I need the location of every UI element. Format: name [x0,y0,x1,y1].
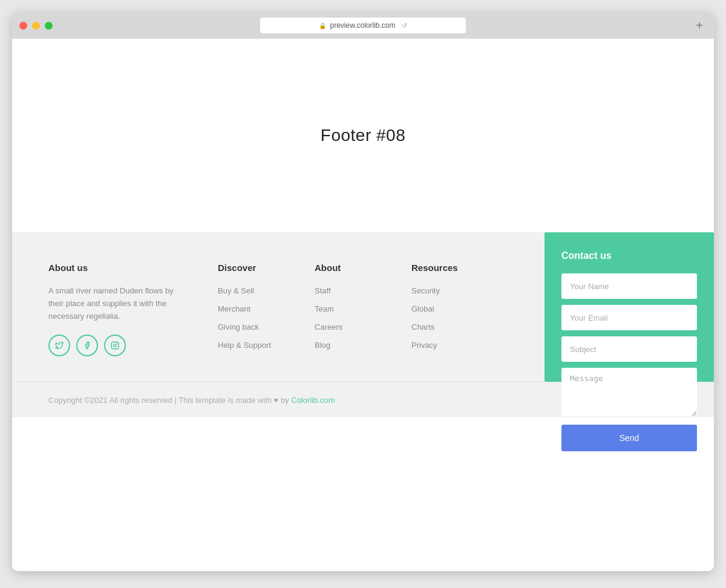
svg-rect-0 [111,342,119,350]
copyright-text: Copyright ©2021 All rights reserved | Th… [48,396,335,405]
refresh-icon[interactable]: ↺ [402,22,407,30]
list-item: Team [315,303,375,314]
url-text: preview.colorlib.com [330,21,395,30]
giving-back-link[interactable]: Giving back [218,322,259,332]
list-item: Careers [315,321,375,332]
message-textarea[interactable] [561,368,697,416]
footer-about-column: About us A small river named Duden flows… [48,263,182,358]
footer-resources-column: Resources Security Global Charts Privacy [411,263,472,358]
footer-discover-column: Discover Buy & Sell Merchant Giving back… [218,263,278,358]
careers-link[interactable]: Careers [315,322,342,332]
subject-input[interactable] [561,336,697,362]
minimize-button[interactable] [32,22,40,30]
resources-title: Resources [411,263,472,273]
list-item: Global [411,303,472,314]
new-tab-button[interactable]: + [692,18,707,33]
social-icons-group [48,335,182,356]
charts-link[interactable]: Charts [411,322,434,332]
list-item: Staff [315,285,375,296]
list-item: Merchant [218,303,278,314]
security-link[interactable]: Security [411,286,440,295]
footer-about-links-column: About Staff Team Careers Blog [315,263,375,358]
lock-icon: 🔒 [319,22,326,29]
list-item: Giving back [218,321,278,332]
maximize-button[interactable] [45,22,53,30]
list-item: Security [411,285,472,296]
browser-content: Footer #08 About us A small river named … [12,39,714,571]
merchant-link[interactable]: Merchant [218,304,250,313]
buy-sell-link[interactable]: Buy & Sell [218,286,254,295]
staff-link[interactable]: Staff [315,286,331,295]
contact-box: Contact us Send [544,232,714,382]
privacy-link[interactable]: Privacy [411,341,437,350]
facebook-icon[interactable] [76,335,98,356]
help-support-link[interactable]: Help & Support [218,341,271,350]
page-title: Footer #08 [321,126,405,145]
blog-link[interactable]: Blog [315,341,330,350]
send-button[interactable]: Send [561,425,697,451]
list-item: Blog [315,339,375,350]
hero-section: Footer #08 [12,39,714,232]
list-item: Privacy [411,339,472,350]
contact-form: Send [561,273,697,451]
list-item: Charts [411,321,472,332]
footer-main: About us A small river named Duden flows… [12,232,714,382]
global-link[interactable]: Global [411,304,434,313]
email-input[interactable] [561,305,697,330]
twitter-icon[interactable] [48,335,70,356]
team-link[interactable]: Team [315,304,334,313]
about-links-title: About [315,263,375,273]
list-item: Buy & Sell [218,285,278,296]
list-item: Help & Support [218,339,278,350]
contact-title: Contact us [561,250,697,261]
colorlib-link[interactable]: Colorlib.com [291,396,335,405]
browser-window: 🔒 preview.colorlib.com ↺ + Footer #08 Ab… [12,12,714,571]
discover-title: Discover [218,263,278,273]
browser-titlebar: 🔒 preview.colorlib.com ↺ + [12,12,714,39]
address-bar[interactable]: 🔒 preview.colorlib.com ↺ [260,18,466,33]
about-description: A small river named Duden flows by their… [48,285,182,322]
close-button[interactable] [19,22,27,30]
instagram-icon[interactable] [104,335,126,356]
name-input[interactable] [561,273,697,299]
about-title: About us [48,263,182,273]
